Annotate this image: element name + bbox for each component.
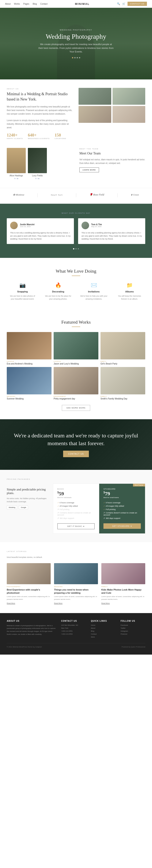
instagram-icon-2[interactable]: in bbox=[38, 178, 39, 180]
pricing-cta-basic[interactable]: Get it Basic ➔ bbox=[57, 523, 95, 529]
pricing-intro-col: Simple and predictable pricing plans. No… bbox=[7, 484, 53, 534]
team-description: Vel volutpat est varius, diam mauris in … bbox=[79, 158, 145, 165]
footer-link-blog[interactable]: Blog bbox=[91, 630, 116, 632]
team-photo-2 bbox=[28, 148, 47, 173]
hero-description: We create photography and travel for mee… bbox=[38, 42, 114, 54]
site-logo[interactable]: MINIMAL bbox=[75, 2, 90, 5]
love-section: What We Love Doing 📷 Snapping We are her… bbox=[0, 258, 152, 313]
story-item-2[interactable]: WEDDING Things you need to know when pre… bbox=[54, 563, 98, 604]
testimonial-dot-3[interactable] bbox=[78, 248, 79, 249]
contact-us-button[interactable]: CONTACT US bbox=[128, 2, 147, 6]
pricing-title: Simple and predictable pricing plans. bbox=[7, 488, 49, 495]
cta-button[interactable]: CONTACT US bbox=[63, 451, 89, 457]
hero-tag: WEDDING PHOTOGRAPHY bbox=[38, 29, 114, 31]
footer-contact-city[interactable]: New York bbox=[61, 627, 86, 629]
work-item-4[interactable]: WEDDING Summer Wedding bbox=[7, 367, 51, 400]
footer-twitter-link[interactable]: Twitter bbox=[121, 627, 145, 629]
footer-link-work[interactable]: Work bbox=[91, 636, 116, 638]
story-title-1: Best Experience with couple's photoshoot bbox=[7, 588, 51, 595]
pricing-plan-standard: Standard bbox=[103, 488, 141, 490]
twitter-icon[interactable]: t bbox=[16, 178, 16, 180]
facebook-icon[interactable]: f bbox=[14, 178, 15, 180]
pricing-feature-basic-3: Full printing bbox=[57, 508, 95, 511]
hero-dots bbox=[38, 57, 114, 58]
love-item-invitations-desc: We're here to help you with your amazing… bbox=[80, 294, 107, 301]
testimonial-1: Justin Mancini June 10, 2019 This is not… bbox=[7, 218, 74, 244]
footer-link-about[interactable]: About bbox=[91, 627, 116, 629]
work-tag-2: COUPLE bbox=[54, 361, 98, 362]
nav-item-contact[interactable]: Contact bbox=[40, 3, 48, 5]
logo-crown: ♛ Crown bbox=[131, 194, 139, 196]
hero-dot-3[interactable] bbox=[77, 57, 78, 58]
pricing-tag: PRICING PACKAGES bbox=[7, 478, 145, 480]
work-title-4: Summer Wedding bbox=[7, 398, 51, 400]
testimonial-1-info: Justin Mancini June 10, 2019 bbox=[20, 223, 34, 227]
team-section: Alice Hastings f t in Lucy Fields f t in… bbox=[0, 148, 152, 188]
camera-icon: 📷 bbox=[9, 282, 36, 288]
work-item-2[interactable]: COUPLE Jason and Lucy's Wedding bbox=[54, 332, 98, 365]
footer-contact-phone-2[interactable]: +190-113-0552 bbox=[61, 633, 86, 635]
works-divider bbox=[72, 327, 80, 327]
work-image-5 bbox=[54, 367, 98, 394]
cta-title: We're a dedicated team and we're ready t… bbox=[7, 432, 145, 447]
instagram-icon[interactable]: in bbox=[17, 178, 18, 180]
hero-dot-1[interactable] bbox=[72, 57, 73, 58]
hero-dot-2[interactable] bbox=[74, 57, 76, 58]
team-tag: MEET THE TEAM bbox=[79, 148, 145, 150]
cta-section: We're a dedicated team and we're ready t… bbox=[0, 419, 152, 470]
footer-about: ABOUT US Minimal is a team of photograph… bbox=[7, 620, 56, 639]
work-item-5[interactable]: ENGAGEMENT Pinky engagement day bbox=[54, 367, 98, 400]
pricing-feature-standard-3: Full printing bbox=[103, 508, 141, 511]
pricing-cta-standard[interactable]: Get Standard ➔ bbox=[103, 523, 141, 529]
work-item-6[interactable]: FAMILY Smith's Family Wedding Day bbox=[101, 367, 145, 400]
logo-divider-3: | bbox=[117, 192, 118, 197]
footer-contact-phone-1[interactable]: +190-112-0551 bbox=[61, 630, 86, 632]
pricing-description: No extra costs. No hidden pricing. All p… bbox=[7, 497, 49, 503]
love-item-snapping-desc: We are here to take photos of your beaut… bbox=[9, 294, 36, 301]
footer-facebook-link[interactable]: Facebook bbox=[121, 624, 145, 626]
nav-item-works[interactable]: Works bbox=[14, 3, 20, 5]
nav-item-blog[interactable]: Blog bbox=[33, 3, 37, 5]
story-item-1[interactable]: PHOTOGRAPHY Best Experience with couple'… bbox=[7, 563, 51, 604]
story-cat-3: FAMILY bbox=[101, 586, 145, 587]
hero-dot-4[interactable] bbox=[79, 57, 80, 58]
team-title: Meet Our Team bbox=[79, 152, 145, 155]
stat-num-events: 640+ bbox=[28, 133, 50, 137]
story-item-3[interactable]: FAMILY Kids Make Photos Look More Happy … bbox=[101, 563, 145, 604]
learn-more-button[interactable]: LEARN MORE bbox=[79, 167, 99, 172]
footer-contact: CONTACT US 143 Nex Mountain, NC New York… bbox=[61, 620, 86, 639]
work-item-1[interactable]: COUPLE Eva and Andrew's Wedding bbox=[7, 332, 51, 365]
footer-about-title: ABOUT US bbox=[7, 620, 56, 622]
work-item-3[interactable]: PARTY Girl's Beach Party bbox=[101, 332, 145, 365]
read-more-3[interactable]: Read More bbox=[101, 602, 110, 604]
love-item-albums: 📁 Albums You will keep the memories fore… bbox=[114, 280, 145, 303]
search-icon[interactable]: 🔍 bbox=[117, 2, 120, 5]
footer-instagram-link[interactable]: Instagram bbox=[121, 630, 145, 632]
footer-link-home[interactable]: Home bbox=[91, 624, 116, 626]
testimonial-dot-1[interactable] bbox=[73, 248, 74, 249]
nav-item-pages[interactable]: Pages bbox=[23, 3, 29, 5]
testimonial-2-name: Tom & Tim bbox=[91, 223, 102, 226]
love-item-invitations: ✉️ Invitations We're here to help you wi… bbox=[78, 280, 109, 303]
story-title-2: Things you need to know when preparing a… bbox=[54, 588, 98, 595]
stories-tag: LATEST STORIES bbox=[7, 551, 145, 552]
pricing-grid: Simple and predictable pricing plans. No… bbox=[7, 484, 145, 534]
love-item-decorating: 🔥 Decorating We are here to be the place… bbox=[43, 280, 74, 303]
read-more-2[interactable]: Read More bbox=[54, 602, 62, 604]
footer-copyright: © 2021 Minimal WordPress theme by Justpi… bbox=[7, 646, 42, 648]
facebook-icon-2[interactable]: f bbox=[35, 178, 36, 180]
work-image-4 bbox=[7, 367, 51, 394]
footer-pinterest-link[interactable]: Pinterest bbox=[121, 633, 145, 635]
twitter-icon-2[interactable]: t bbox=[37, 178, 37, 180]
love-grid: 📷 Snapping We are here to take photos of… bbox=[7, 280, 145, 303]
footer-link-contact[interactable]: Contact bbox=[91, 633, 116, 635]
team-member-2-social: f t in bbox=[28, 178, 47, 180]
testimonial-dot-2[interactable] bbox=[75, 248, 77, 249]
stat-label-events: WEDDINGS & EVENTS bbox=[28, 137, 50, 140]
read-more-1[interactable]: Read More bbox=[7, 602, 15, 604]
pricing-feature-basic-2: All images fully edited bbox=[57, 504, 95, 508]
see-more-button[interactable]: See more work bbox=[62, 405, 90, 411]
footer-contact-address[interactable]: 143 Nex Mountain, NC bbox=[61, 624, 86, 626]
cart-icon[interactable]: 🛒 bbox=[122, 2, 125, 5]
nav-item-about[interactable]: About bbox=[5, 3, 10, 5]
